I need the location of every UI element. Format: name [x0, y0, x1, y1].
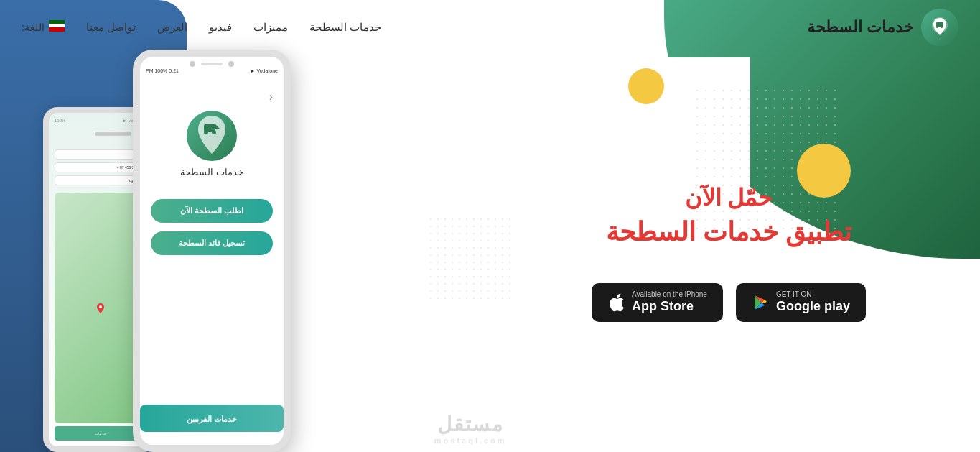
- camera-icon: [228, 61, 234, 67]
- phones-area: Vodafone ► 100% السيد 11 356 456 87 4 رق…: [0, 35, 445, 452]
- store-buttons: Available on the iPhone App Store GET IT…: [592, 283, 866, 322]
- svg-point-10: [204, 130, 208, 134]
- svg-point-8: [99, 305, 102, 308]
- lang-flag-icon: [49, 20, 65, 34]
- watermark-arabic: مستقل: [434, 412, 507, 436]
- nav-item-video[interactable]: فيديو: [209, 21, 232, 34]
- app-logo-icon: [187, 111, 237, 161]
- googleplay-text: GET IT ON Google play: [776, 290, 850, 315]
- request-button[interactable]: اطلب السطحة الآن: [151, 199, 273, 223]
- back-navigation: ‹: [151, 91, 273, 103]
- battery-text: 100%: [55, 119, 65, 123]
- svg-point-11: [212, 130, 216, 134]
- bottom-nav-label: خدمات القريبين: [187, 415, 237, 423]
- phone-front-mockup: Vodafone ► 5:21 PM 100% ‹: [133, 50, 291, 452]
- app-name-label: خدمات السطحة: [180, 167, 243, 177]
- app-screen: ‹: [140, 76, 284, 443]
- bottom-bar-text: خدمات: [95, 431, 106, 435]
- name-placeholder: [95, 132, 131, 136]
- nav-item-services[interactable]: خدمات السطحة: [309, 21, 381, 34]
- appstore-label-main: App Store: [632, 299, 707, 315]
- camera-icon-2: [190, 61, 195, 67]
- appstore-button[interactable]: Available on the iPhone App Store: [592, 283, 723, 322]
- nav-link-offer[interactable]: العرض: [157, 21, 187, 33]
- nav-item-contact[interactable]: تواصل معنا: [86, 21, 136, 34]
- back-arrow-icon[interactable]: ‹: [269, 91, 273, 103]
- watermark-latin: mostaql.com: [434, 436, 507, 445]
- googleplay-button[interactable]: GET IT ON Google play: [736, 283, 866, 322]
- svg-rect-6: [49, 24, 65, 27]
- carrier-text: Vodafone ►: [251, 68, 278, 73]
- svg-point-3: [936, 26, 938, 28]
- speaker-icon: [201, 63, 223, 65]
- bottom-nav-button[interactable]: خدمات القريبين: [140, 405, 284, 432]
- googleplay-icon: [752, 294, 769, 311]
- nav-item-features[interactable]: مميزات: [253, 21, 288, 34]
- googleplay-label-main: Google play: [776, 299, 850, 315]
- nav-link-contact[interactable]: تواصل معنا: [86, 21, 136, 33]
- logo-text: خدمات السطحة: [807, 18, 914, 37]
- googleplay-label-top: GET IT ON: [776, 290, 850, 299]
- nav-lang[interactable]: اللغة:: [22, 20, 65, 34]
- language-selector[interactable]: اللغة:: [22, 20, 65, 34]
- hero-title-line1: حمّل الآن: [685, 184, 773, 211]
- lang-label: اللغة:: [22, 22, 45, 33]
- hero-title-line2: تطبيق خدمات السطحة: [606, 217, 851, 247]
- svg-point-4: [941, 26, 943, 28]
- nav-links: خدمات السطحة مميزات فيديو العرض تواصل مع…: [22, 20, 381, 34]
- nav-logo: خدمات السطحة: [807, 9, 958, 46]
- home-button-front[interactable]: [200, 446, 225, 452]
- svg-rect-7: [49, 27, 65, 32]
- time-battery-text: 5:21 PM 100%: [146, 68, 179, 73]
- nav-link-features[interactable]: مميزات: [253, 21, 288, 33]
- svg-rect-5: [49, 20, 65, 24]
- nav-item-offer[interactable]: العرض: [157, 21, 187, 34]
- appstore-label-top: Available on the iPhone: [632, 290, 707, 299]
- app-logo: خدمات السطحة: [180, 111, 243, 177]
- hero-section: حمّل الآن تطبيق خدمات السطحة Available o…: [477, 0, 980, 452]
- appstore-text: Available on the iPhone App Store: [632, 290, 707, 315]
- apple-icon: [607, 292, 625, 313]
- phone-top-bar: [140, 57, 284, 68]
- nav-link-video[interactable]: فيديو: [209, 21, 232, 33]
- navbar: خدمات السطحة خدمات السطحة مميزات فيديو ا…: [0, 0, 980, 54]
- status-bar: Vodafone ► 5:21 PM 100%: [140, 68, 284, 76]
- home-button-back[interactable]: [90, 449, 111, 452]
- watermark-area: مستقل mostaql.com: [434, 412, 507, 445]
- logo-icon: [921, 9, 958, 46]
- register-button[interactable]: تسجيل قائد السطحة: [151, 231, 273, 255]
- nav-link-services[interactable]: خدمات السطحة: [309, 21, 381, 33]
- map-pin-icon: [97, 303, 104, 313]
